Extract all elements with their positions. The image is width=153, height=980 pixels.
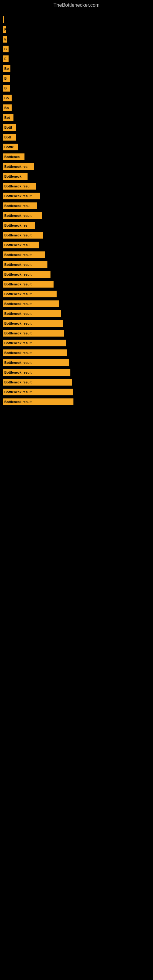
bar-8: Bo [3,95,12,101]
bar-row: Bottleneck result [3,339,150,347]
bar-16: Bottleneck [3,173,27,180]
bar-label-35: Bottleneck result [4,361,32,364]
bar-label-25: Bottleneck result [4,263,32,266]
bar-label-15: Bottleneck res [4,165,27,169]
bar-row: Bottleneck result [3,348,150,357]
bar-label-34: Bottleneck result [4,351,32,355]
bar-row: Bo [3,64,150,73]
bar-label-38: Bottleneck result [4,390,32,394]
bar-label-12: Bott [4,135,11,139]
bar-11: Bottl [3,124,16,131]
bar-row: Bottleneck result [3,290,150,298]
bar-label-11: Bottl [4,126,12,129]
bar-5: Bo [3,65,10,72]
bar-row: Bottle [3,143,150,151]
bar-label-20: Bottleneck result [4,214,32,218]
bar-21: Bottleneck res [3,222,35,229]
bar-row: Bottleneck resu [3,241,150,249]
bar-label-19: Bottleneck resu [4,204,30,208]
bar-19: Bottleneck resu [3,202,37,209]
bar-22: Bottleneck result [3,232,43,239]
bar-row: Bottleneck result [3,319,150,328]
bar-26: Bottleneck result [3,271,51,278]
bar-row: Bott [3,133,150,142]
bar-label-10: Bot [4,116,10,119]
bars-container: |PEBEBoBBBoBoBotBottlBottBottleBottlenec… [0,9,153,410]
bar-4: E [3,56,9,62]
bar-10: Bot [3,114,13,121]
bar-row: Bottleneck result [3,329,150,337]
bar-label-32: Bottleneck result [4,331,32,335]
bar-row: Bottleneck result [3,398,150,406]
bar-31: Bottleneck result [3,320,63,327]
bar-row: B [3,74,150,83]
bar-row: Bot [3,113,150,122]
bar-0: | [3,16,4,23]
bar-label-3: B [4,47,7,51]
bar-row: Bottleneck result [3,270,150,279]
bar-label-16: Bottleneck [4,175,21,178]
bar-label-1: P [4,27,6,31]
bar-row: B [3,84,150,92]
bar-label-26: Bottleneck result [4,272,32,276]
bar-label-39: Bottleneck result [4,400,32,404]
site-title: TheBottlenecker.com [0,0,153,9]
bar-24: Bottleneck result [3,251,45,258]
bar-13: Bottle [3,144,18,150]
bar-14: Bottlenec [3,153,24,160]
bar-label-9: Bo [4,106,9,110]
bar-row: | [3,15,150,24]
bar-label-23: Bottleneck resu [4,243,30,247]
bar-34: Bottleneck result [3,350,67,356]
bar-row: E [3,54,150,63]
bar-28: Bottleneck result [3,291,57,298]
bar-37: Bottleneck result [3,379,72,385]
bar-label-27: Bottleneck result [4,282,32,286]
bar-row: Bottleneck result [3,388,150,396]
bar-row: Bottleneck result [3,231,150,240]
bar-row: Bottleneck result [3,299,150,308]
bar-row: Bottleneck result [3,368,150,377]
bar-9: Bo [3,105,12,111]
bar-label-7: B [4,86,7,90]
bar-6: B [3,75,10,82]
bar-row: Bottleneck resu [3,182,150,191]
bar-row: Bottleneck result [3,250,150,259]
bar-row: Bottleneck result [3,378,150,387]
bar-label-13: Bottle [4,145,14,149]
bar-20: Bottleneck result [3,212,42,219]
bar-label-30: Bottleneck result [4,312,32,315]
bar-25: Bottleneck result [3,261,48,268]
bar-label-5: Bo [4,67,9,70]
bar-label-4: E [4,57,6,60]
bar-38: Bottleneck result [3,389,73,395]
bar-23: Bottleneck resu [3,242,39,248]
bar-row: Bottleneck result [3,309,150,318]
bar-row: E [3,35,150,43]
bar-33: Bottleneck result [3,340,66,346]
bar-35: Bottleneck result [3,359,69,366]
bar-row: Bottleneck result [3,260,150,269]
bar-30: Bottleneck result [3,310,61,317]
bar-18: Bottleneck result [3,192,40,199]
bar-label-24: Bottleneck result [4,253,32,257]
bar-row: Bottleneck resu [3,202,150,210]
bar-row: Bottleneck [3,172,150,181]
bar-label-17: Bottleneck resu [4,185,30,188]
bar-3: B [3,46,9,52]
bar-row: Bottleneck result [3,192,150,200]
bar-29: Bottleneck result [3,301,59,307]
bar-2: E [3,36,7,43]
bar-17: Bottleneck resu [3,183,36,189]
bar-row: Bottleneck res [3,162,150,171]
bar-15: Bottleneck res [3,163,33,170]
bar-label-36: Bottleneck result [4,371,32,374]
bar-1: P [3,26,6,33]
bar-label-33: Bottleneck result [4,341,32,345]
bar-label-8: Bo [4,96,9,100]
bar-7: B [3,85,10,92]
bar-row: Bottleneck result [3,211,150,220]
bar-39: Bottleneck result [3,398,73,405]
bar-row: Bottl [3,123,150,132]
bar-row: Bottlenec [3,153,150,161]
